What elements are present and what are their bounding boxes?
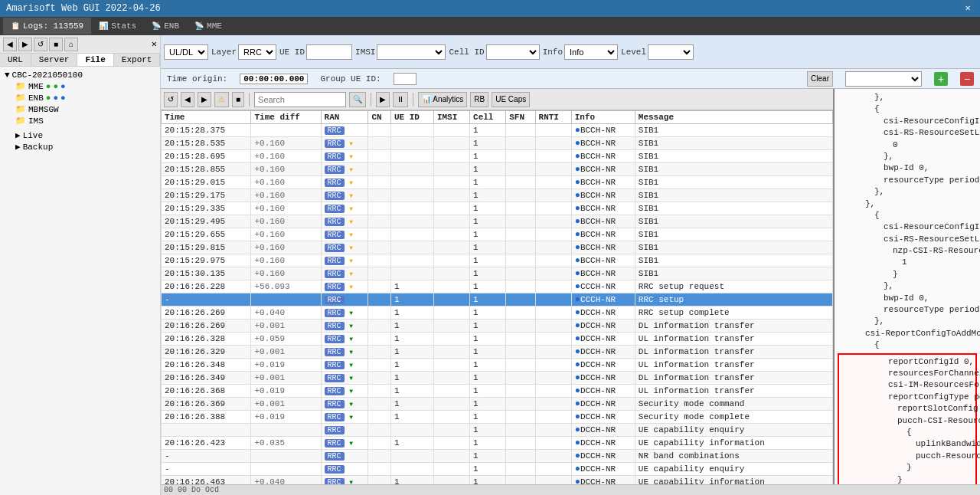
cell-cell: 1 <box>470 280 506 293</box>
forward-button[interactable]: ▶ <box>18 38 32 51</box>
remove-button[interactable]: − <box>960 72 974 86</box>
cell-cn <box>368 320 391 333</box>
table-row[interactable]: 20:15:28.375 RRC 1 ●BCCH-NR SIB1 <box>162 124 833 137</box>
search-btn[interactable]: 🔍 <box>349 92 366 107</box>
tab-enb[interactable]: 📡 ENB <box>144 18 187 34</box>
split-pane: ↺ ◀ ▶ ⚠ ■ 🔍 ▶ ⏸ 📊 Analytics RB <box>161 89 980 484</box>
cell-cn <box>368 372 391 385</box>
table-row[interactable]: 20:15:28.535 +0.160 RRC ▼ 1 ●BCCH-NR SIB… <box>162 137 833 150</box>
imsi-select[interactable] <box>377 44 446 60</box>
tree-root[interactable]: ▼ CBC-2021050100 <box>3 70 157 80</box>
table-row[interactable]: 20:16:26.388 +0.019 RRC ▼ 1 1 ●DCCH-NR S… <box>162 411 833 424</box>
table-row[interactable]: 20:16:26.329 +0.001 RRC ▼ 1 1 ●DCCH-NR D… <box>162 346 833 359</box>
col-time: Time <box>162 111 251 124</box>
arrow-icon: ▼ <box>349 310 353 316</box>
layer-select[interactable]: RRC <box>238 44 276 60</box>
group-ue-input[interactable] <box>394 73 416 85</box>
ueid-input[interactable] <box>306 44 352 60</box>
table-row[interactable]: 20:16:26.269 +0.040 RRC ▼ 1 1 ●DCCH-NR R… <box>162 307 833 320</box>
analytics-btn[interactable]: 📊 Analytics <box>418 92 467 107</box>
table-row[interactable]: 20:15:29.495 +0.160 RRC ▼ 1 ●BCCH-NR SIB… <box>162 215 833 228</box>
table-row[interactable]: 20:16:26.369 +0.001 RRC ▼ 1 1 ●DCCH-NR S… <box>162 398 833 411</box>
cell-imsi <box>433 215 469 228</box>
tab-server[interactable]: Server <box>31 54 78 66</box>
tab-export[interactable]: Export <box>114 54 161 66</box>
close-button[interactable]: ✕ <box>962 2 974 15</box>
level-select[interactable] <box>648 44 694 60</box>
tab-stats[interactable]: 📊 Stats <box>91 18 144 34</box>
cell-message: SIB1 <box>635 150 832 163</box>
prev-btn[interactable]: ◀ <box>181 92 194 107</box>
back-button[interactable]: ◀ <box>3 38 17 51</box>
cell-ueid: 1 <box>390 411 433 424</box>
home-button[interactable]: ⌂ <box>64 38 78 51</box>
stop-log-btn[interactable]: ■ <box>232 92 244 107</box>
log-table-container[interactable]: Time Time diff RAN CN UE ID IMSI Cell SF… <box>161 110 833 484</box>
tab-file[interactable]: File <box>77 54 113 66</box>
info-dot: ● <box>575 346 580 357</box>
table-row[interactable]: 20:16:26.269 +0.001 RRC ▼ 1 1 ●DCCH-NR D… <box>162 320 833 333</box>
pause-btn[interactable]: ⏸ <box>393 92 408 107</box>
rb-btn[interactable]: RB <box>470 92 488 107</box>
table-row[interactable]: 20:16:26.228 +56.093 RRC ▼ 1 1 ●CCCH-NR … <box>162 280 833 293</box>
table-row[interactable]: 20:15:28.855 +0.160 RRC ▼ 1 ●BCCH-NR SIB… <box>162 163 833 176</box>
table-row[interactable]: 20:15:29.335 +0.160 RRC ▼ 1 ●BCCH-NR SIB… <box>162 202 833 215</box>
tree-item-backup[interactable]: ▶ Backup <box>14 141 157 152</box>
table-row[interactable]: 20:15:29.975 +0.160 RRC ▼ 1 ●BCCH-NR SIB… <box>162 254 833 267</box>
cell-tdiff: +0.019 <box>251 411 321 424</box>
table-row[interactable]: 20:15:29.175 +0.160 RRC ▼ 1 ●BCCH-NR SIB… <box>162 189 833 202</box>
arrow-icon: ▼ <box>349 153 353 160</box>
table-row[interactable]: - RRC 1 ●DCCH-NR UE capability enquiry <box>162 463 833 476</box>
table-row[interactable]: 20:15:29.815 +0.160 RRC ▼ 1 ●BCCH-NR SIB… <box>162 241 833 254</box>
sidebar-close[interactable]: ✕ <box>152 38 157 50</box>
clear-select[interactable] <box>845 71 922 87</box>
next-btn[interactable]: ▶ <box>198 92 211 107</box>
add-button[interactable]: + <box>934 72 948 86</box>
info-select[interactable]: Info <box>564 44 618 60</box>
cell-tdiff: +0.160 <box>251 241 321 254</box>
table-row[interactable]: 20:16:26.349 +0.001 RRC ▼ 1 1 ●DCCH-NR D… <box>162 372 833 385</box>
search-input[interactable] <box>254 92 346 107</box>
table-row[interactable]: 20:15:29.655 +0.160 RRC ▼ 1 ●BCCH-NR SIB… <box>162 228 833 241</box>
table-row[interactable]: 20:16:26.328 +0.059 RRC ▼ 1 1 ●DCCH-NR U… <box>162 333 833 346</box>
cell-rnti <box>535 333 571 346</box>
table-row[interactable]: 20:15:28.695 +0.160 RRC ▼ 1 ●BCCH-NR SIB… <box>162 150 833 163</box>
tree-item-enb[interactable]: 📁 ENB ● ● ● <box>14 92 157 103</box>
clear-button[interactable]: Clear <box>807 71 833 87</box>
cell-rnti <box>535 307 571 320</box>
play-btn[interactable]: ▶ <box>376 92 390 107</box>
table-row[interactable]: 20:15:30.135 +0.160 RRC ▼ 1 ●BCCH-NR SIB… <box>162 267 833 280</box>
ueid-label: UE ID <box>279 48 305 57</box>
cell-message: UL information transfer <box>635 359 832 372</box>
tab-mme[interactable]: 📡 MME <box>187 18 230 34</box>
warn-btn[interactable]: ⚠ <box>214 92 229 107</box>
cell-ran: RRC <box>321 450 368 463</box>
cell-message: SIB1 <box>635 176 832 189</box>
cell-imsi <box>433 163 469 176</box>
table-row[interactable]: 20:16:26.463 +0.040 RRC ▼ 1 1 ●DCCH-NR U… <box>162 476 833 485</box>
tree-item-ims[interactable]: 📁 IMS <box>14 115 157 126</box>
refresh-log-btn[interactable]: ↺ <box>164 92 178 107</box>
rrc-badge: RRC <box>325 283 345 291</box>
stop-button[interactable]: ■ <box>49 38 63 51</box>
tree-item-mbmsgw[interactable]: 📁 MBMSGW <box>14 103 157 115</box>
cellid-select[interactable] <box>486 44 540 60</box>
tab-url[interactable]: URL <box>0 54 31 66</box>
tree-item-mme[interactable]: 📁 MME ● ● ● <box>14 80 157 92</box>
refresh-button[interactable]: ↺ <box>34 38 47 51</box>
table-row[interactable]: RRC 1 ●DCCH-NR UE capability enquiry <box>162 424 833 437</box>
table-row[interactable]: 20:15:29.015 +0.160 RRC ▼ 1 ●BCCH-NR SIB… <box>162 176 833 189</box>
uldl-select[interactable]: UL/DL <box>164 44 208 60</box>
file-tree: ▼ CBC-2021050100 📁 MME ● ● ● 📁 ENB ● ● ● <box>0 67 160 495</box>
cell-sfn <box>506 450 535 463</box>
cell-time: 20:16:26.269 <box>162 320 251 333</box>
rrc-badge: RRC <box>325 218 345 226</box>
table-row[interactable]: 20:16:26.423 +0.035 RRC ▼ 1 1 ●DCCH-NR U… <box>162 437 833 450</box>
table-row[interactable]: - RRC 1 ●DCCH-NR NR band combinations <box>162 450 833 463</box>
ue-caps-btn[interactable]: UE Caps <box>492 92 530 107</box>
tab-logs[interactable]: 📋 Logs: 113559 <box>3 18 91 34</box>
table-row[interactable]: 20:16:26.368 +0.019 RRC ▼ 1 1 ●DCCH-NR U… <box>162 385 833 398</box>
table-row[interactable]: - RRC 1 1 ●CCCH-NR RRC setup <box>162 293 833 307</box>
tree-item-live[interactable]: ▶ Live <box>14 129 157 141</box>
table-row[interactable]: 20:16:26.348 +0.019 RRC ▼ 1 1 ●DCCH-NR U… <box>162 359 833 372</box>
